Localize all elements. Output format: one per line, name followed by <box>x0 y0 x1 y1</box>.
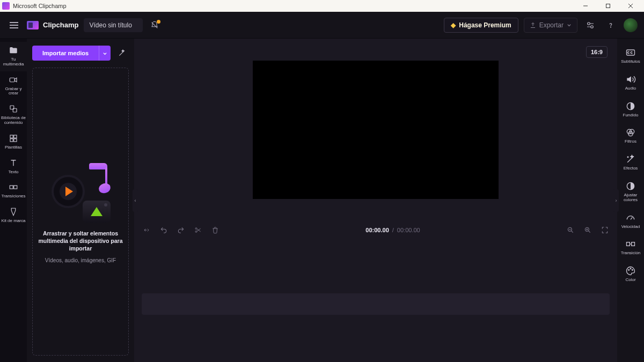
export-button[interactable]: Exportar <box>524 18 577 33</box>
window-titlebar: Microsoft Clipchamp <box>0 0 644 12</box>
svg-rect-15 <box>14 135 17 138</box>
svg-rect-1 <box>606 4 610 8</box>
image-clip-icon <box>83 201 111 223</box>
fit-timeline-button[interactable] <box>600 225 610 235</box>
nav-adjust-colors[interactable]: Ajustar colores <box>617 178 644 207</box>
fade-icon <box>625 101 636 112</box>
transitions-icon <box>8 182 19 193</box>
nav-record[interactable]: Grabar y crear <box>0 71 27 101</box>
premium-button[interactable]: ◆ Hágase Premium <box>444 18 518 33</box>
notification-dot-icon <box>157 20 160 24</box>
media-dropzone[interactable]: Arrastrar y soltar elementos multimedia … <box>32 68 129 356</box>
window-maximize-button[interactable] <box>597 0 619 12</box>
export-label: Exportar <box>539 21 564 29</box>
nav-color[interactable]: Color <box>617 262 644 287</box>
delete-button[interactable] <box>210 225 220 235</box>
dropzone-artwork <box>48 160 113 224</box>
svg-rect-17 <box>14 139 17 142</box>
speaker-icon <box>625 74 636 85</box>
nav-templates[interactable]: Plantillas <box>0 130 27 154</box>
zoom-in-button[interactable] <box>583 225 592 235</box>
svg-point-8 <box>588 22 590 25</box>
svg-line-28 <box>588 231 590 232</box>
app-logo[interactable]: Clipchamp <box>27 21 78 29</box>
nav-fade[interactable]: Fundido <box>617 98 644 122</box>
dropzone-title: Arrastrar y soltar elementos multimedia … <box>38 230 123 253</box>
svg-point-9 <box>591 25 594 28</box>
app-icon <box>2 2 10 10</box>
timecode-current: 00:00.00 <box>365 227 389 233</box>
nav-audio[interactable]: Audio <box>617 71 644 95</box>
top-toolbar: Clipchamp ◆ Hágase Premium Exportar <box>0 12 644 39</box>
nav-speed[interactable]: Velocidad <box>617 209 644 234</box>
svg-point-34 <box>627 157 628 158</box>
nav-filters[interactable]: Filtros <box>617 124 644 149</box>
aspect-ratio-button[interactable]: 16:9 <box>586 46 608 58</box>
svg-rect-11 <box>10 78 14 82</box>
nav-transition[interactable]: Transición <box>617 235 644 260</box>
import-media-label: Importar medios <box>32 46 99 61</box>
notifications-button[interactable] <box>148 19 161 32</box>
sparkle-icon <box>625 154 636 165</box>
editor-center: 16:9 00:00.00 / 00:00.00 <box>134 39 617 362</box>
nav-your-media[interactable]: Tu multimedia <box>0 42 27 71</box>
video-disc-icon <box>52 175 85 208</box>
text-icon <box>8 158 19 168</box>
filters-icon <box>625 127 636 138</box>
svg-rect-16 <box>10 139 13 142</box>
library-icon <box>8 104 19 114</box>
media-panel: Importar medios Arrastrar y soltar eleme… <box>27 39 134 362</box>
menu-button[interactable] <box>6 18 21 33</box>
premium-label: Hágase Premium <box>459 21 511 29</box>
camera-icon <box>8 75 19 85</box>
nav-brand-kit[interactable]: Kit de marca <box>0 203 27 228</box>
svg-point-38 <box>628 270 630 271</box>
window-minimize-button[interactable] <box>574 0 597 12</box>
nav-effects[interactable]: Efectos <box>617 151 644 175</box>
svg-point-39 <box>630 268 631 269</box>
speedometer-icon <box>625 212 636 223</box>
timecode-separator: / <box>392 227 394 233</box>
transition-icon <box>625 239 636 249</box>
window-close-button[interactable] <box>619 0 642 12</box>
preview-area: 16:9 <box>134 39 617 220</box>
project-title-input[interactable] <box>84 18 143 32</box>
svg-point-10 <box>611 27 611 27</box>
help-button[interactable] <box>603 18 618 33</box>
redo-button[interactable] <box>176 225 186 235</box>
brand-kit-icon <box>8 206 19 217</box>
nav-text[interactable]: Texto <box>0 154 27 179</box>
svg-rect-14 <box>10 135 13 138</box>
video-preview[interactable] <box>253 61 499 199</box>
left-nav-rail: Tu multimedia Grabar y crear Biblioteca … <box>0 39 27 362</box>
user-avatar[interactable] <box>624 18 638 32</box>
import-media-button[interactable]: Importar medios <box>32 46 111 61</box>
selection-tool[interactable] <box>142 225 151 235</box>
ai-tools-button[interactable] <box>115 45 129 61</box>
window-title: Microsoft Clipchamp <box>13 3 67 9</box>
right-nav-rail: › Subtítulos Audio Fundido Filtros Efect… <box>617 39 644 362</box>
app-name: Clipchamp <box>43 21 78 29</box>
undo-button[interactable] <box>159 225 169 235</box>
timeline-track[interactable] <box>142 293 610 315</box>
svg-rect-37 <box>632 242 635 246</box>
zoom-out-button[interactable] <box>566 225 575 235</box>
import-media-dropdown[interactable] <box>99 46 111 61</box>
clipchamp-logo-icon <box>27 21 39 29</box>
templates-icon <box>8 133 19 144</box>
timecode-duration: 00:00.00 <box>397 227 420 233</box>
nav-content-library[interactable]: Biblioteca de contenido <box>0 100 27 130</box>
nav-transitions[interactable]: Transiciones <box>0 179 27 203</box>
folder-icon <box>8 45 19 56</box>
svg-point-40 <box>632 270 633 271</box>
settings-button[interactable] <box>583 18 598 33</box>
svg-rect-36 <box>627 242 630 246</box>
nav-subtitles[interactable]: Subtítulos <box>617 44 644 69</box>
svg-rect-18 <box>10 186 13 189</box>
svg-line-24 <box>571 231 573 232</box>
collapse-right-panel-button[interactable]: › <box>613 189 619 212</box>
timeline-toolbar: 00:00.00 / 00:00.00 <box>134 220 617 240</box>
split-button[interactable] <box>193 225 203 235</box>
timeline-area[interactable] <box>134 240 617 362</box>
svg-rect-19 <box>14 186 17 189</box>
